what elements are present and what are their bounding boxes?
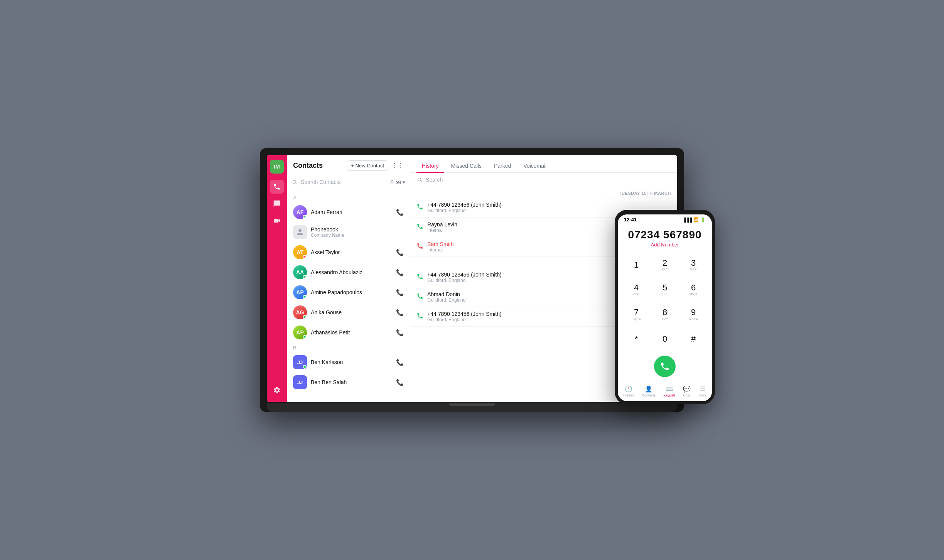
contact-avatar-alex: AA <box>293 265 307 279</box>
phone-nav: 🕐 History 👤 Contacts ⌨️ Keypad 💬 Chat ☰ <box>618 382 712 401</box>
contact-info: Aksel Taylor <box>311 249 392 255</box>
contact-info: Ben Ben Salah <box>311 379 392 385</box>
contact-name: Alessandro Abdulaziz <box>311 269 392 275</box>
contact-name: Amine Papadopoulos <box>311 289 392 295</box>
dial-7[interactable]: 7PQRS <box>625 304 647 325</box>
phone-nav-keypad[interactable]: ⌨️ Keypad <box>663 385 675 397</box>
dial-6[interactable]: 6MNO <box>683 279 704 300</box>
missed-call-icon <box>416 243 423 251</box>
phone-nav-history-label: History <box>623 393 634 397</box>
contacts-title: Contacts <box>293 162 323 170</box>
contact-info: Alessandro Abdulaziz <box>311 269 392 275</box>
more-icon: ☰ <box>700 385 705 393</box>
dial-hash[interactable]: # <box>683 328 704 350</box>
tab-parked[interactable]: Parked <box>489 160 516 173</box>
dial-2[interactable]: 2ABC <box>654 254 676 276</box>
add-number-button[interactable]: Add Number <box>618 242 712 251</box>
contact-item-ben-k[interactable]: JJ Ben Karlsson 📞 <box>287 352 410 372</box>
contact-item-adam[interactable]: AF Adam Ferrari 📞 <box>287 202 410 222</box>
contact-item-amine[interactable]: AP Amine Papadopoulos 📞 <box>287 282 410 302</box>
tab-history[interactable]: History <box>416 160 444 173</box>
tab-missed-calls[interactable]: Missed Calls <box>446 160 487 173</box>
call-icon[interactable]: 📞 <box>396 309 404 316</box>
status-dot <box>303 295 307 299</box>
laptop-notch <box>449 403 495 406</box>
dial-4[interactable]: 4GHI <box>625 279 647 300</box>
section-label-b: B <box>287 342 410 352</box>
contacts-search-bar: Filter ▾ <box>287 175 410 189</box>
dial-8[interactable]: 8TUV <box>654 304 676 325</box>
phone-time: 12:41 <box>624 217 637 223</box>
contact-info: Phonebook Company Name <box>311 226 404 238</box>
section-label-a: A <box>287 192 410 202</box>
dial-5[interactable]: 5JKL <box>654 279 676 300</box>
contact-info: Ben Karlsson <box>311 359 392 365</box>
status-dot <box>303 335 307 339</box>
phone-nav-chat-label: Chat <box>683 393 691 397</box>
history-icon: 🕐 <box>625 385 632 393</box>
call-icon[interactable]: 📞 <box>396 269 404 276</box>
contact-item-anika[interactable]: AG Anika Gouse 📞 <box>287 302 410 322</box>
status-dot <box>303 275 307 279</box>
wifi-icon: 📶 <box>693 217 699 222</box>
search-input[interactable] <box>301 179 387 185</box>
phone-nav-contacts[interactable]: 👤 Contacts <box>642 385 656 397</box>
signal-icon: ▐▐▐ <box>683 218 692 222</box>
contacts-icon: 👤 <box>645 385 652 393</box>
contact-item-phonebook[interactable]: Phonebook Company Name <box>287 222 410 242</box>
dial-9[interactable]: 9WXYZ <box>683 304 704 325</box>
dial-0[interactable]: 0 <box>654 328 676 350</box>
call-icon[interactable]: 📞 <box>396 329 404 336</box>
dial-star[interactable]: * <box>625 328 647 350</box>
call-icon[interactable]: 📞 <box>396 379 404 386</box>
phone-status-bar: 12:41 ▐▐▐ 📶 🔋 <box>618 214 712 224</box>
incoming-call-icon <box>416 223 423 232</box>
contact-name: Adam Ferrari <box>311 209 392 215</box>
filter-button[interactable]: Filter ▾ <box>390 179 405 185</box>
dial-3[interactable]: 3DEF <box>683 254 704 276</box>
grid-icon[interactable]: ⋮⋮ <box>391 162 404 169</box>
phone-nav-chat[interactable]: 💬 Chat <box>683 385 691 397</box>
contact-item-ben-s[interactable]: JJ Ben Ben Salah 📞 <box>287 372 410 392</box>
avatar[interactable]: IM <box>270 160 284 174</box>
call-icon[interactable]: 📞 <box>396 289 404 296</box>
contacts-panel: Contacts + New Contact ⋮⋮ Filter ▾ <box>287 155 410 402</box>
contact-item-athanasios[interactable]: AP Athanasios Petit 📞 <box>287 322 410 342</box>
history-search-input[interactable] <box>426 177 671 183</box>
tab-voicemail[interactable]: Voicemail <box>518 160 552 173</box>
phone-nav-more-label: More <box>698 393 706 397</box>
contact-avatar-ben-k: JJ <box>293 355 307 369</box>
call-icon[interactable]: 📞 <box>396 209 404 216</box>
contact-avatar-athanasios: AP <box>293 326 307 339</box>
contacts-actions: + New Contact ⋮⋮ <box>347 160 404 171</box>
keypad-icon: ⌨️ <box>666 385 673 393</box>
sidebar-phone-icon[interactable] <box>270 180 284 194</box>
contact-sub: Company Name <box>311 233 404 238</box>
contact-item-aksel[interactable]: AT Aksel Taylor 📞 <box>287 242 410 262</box>
svg-point-0 <box>418 178 421 181</box>
svg-line-1 <box>421 181 422 182</box>
phonebook-avatar <box>293 225 307 239</box>
contact-avatar-amine: AP <box>293 285 307 299</box>
contact-info: Amine Papadopoulos <box>311 289 392 295</box>
dialer-number: 07234 567890 <box>618 224 712 242</box>
phone-nav-more[interactable]: ☰ More <box>698 385 706 397</box>
contact-avatar-ben-s: JJ <box>293 375 307 389</box>
history-tabs: History Missed Calls Parked Voicemail <box>410 155 677 173</box>
call-button[interactable] <box>654 356 676 377</box>
contact-avatar-adam: AF <box>293 205 307 219</box>
new-contact-button[interactable]: + New Contact <box>347 160 388 171</box>
sidebar-settings-icon[interactable] <box>270 383 284 397</box>
sidebar-video-icon[interactable] <box>270 214 284 228</box>
call-icon[interactable]: 📞 <box>396 359 404 366</box>
contact-name: Aksel Taylor <box>311 249 392 255</box>
phone-nav-history[interactable]: 🕐 History <box>623 385 634 397</box>
phone-mockup: 12:41 ▐▐▐ 📶 🔋 07234 567890 Add Number 1 … <box>615 210 715 404</box>
dial-1[interactable]: 1 <box>625 254 647 276</box>
contact-item-alex[interactable]: AA Alessandro Abdulaziz 📞 <box>287 262 410 282</box>
date-divider-tue: TUESDAY 15TH MARCH <box>410 187 677 198</box>
call-icon[interactable]: 📞 <box>396 249 404 256</box>
sidebar-chat-icon[interactable] <box>270 197 284 211</box>
status-dot <box>303 215 307 219</box>
phone-status-icons: ▐▐▐ 📶 🔋 <box>683 217 706 222</box>
